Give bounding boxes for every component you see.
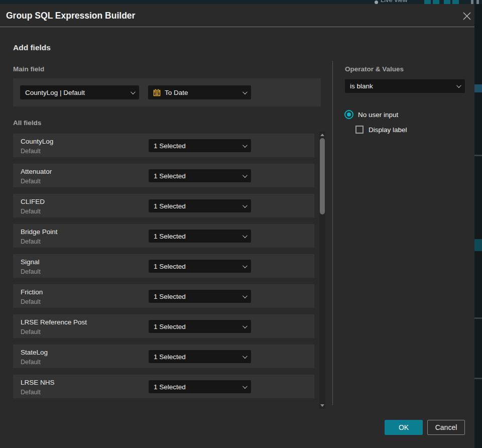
field-name: LRSE NHS — [21, 379, 55, 386]
dialog-title: Group SQL Expression Builder — [6, 4, 135, 27]
background-app-strip: Live view — [0, 0, 482, 4]
field-name: CountyLog — [21, 138, 53, 145]
display-label-checkbox[interactable]: Display label — [355, 126, 407, 134]
background-app-edge — [474, 4, 482, 448]
ok-button[interactable]: OK — [385, 420, 423, 435]
checkbox-unchecked-icon — [355, 126, 364, 134]
panel-divider — [332, 61, 333, 405]
background-fragment — [474, 378, 482, 379]
field-row: CountyLog Default 1 Selected — [13, 134, 314, 157]
field-selected-dropdown[interactable]: 1 Selected — [149, 230, 251, 243]
all-fields-list: CountyLog Default 1 Selected Attenuator … — [13, 134, 314, 405]
live-indicator-icon — [375, 1, 378, 4]
field-row: Friction Default 1 Selected — [13, 284, 314, 308]
radio-selected-icon — [344, 110, 353, 119]
main-field-dropdown[interactable]: CountyLog | Default — [20, 85, 139, 99]
cancel-button[interactable]: Cancel — [427, 420, 465, 435]
field-subtitle: Default — [21, 389, 41, 396]
chevron-down-icon — [243, 293, 248, 298]
chevron-down-icon — [131, 89, 136, 94]
chevron-down-icon — [243, 263, 248, 268]
field-selected-dropdown-label: 1 Selected — [154, 202, 243, 210]
main-value-dropdown-value: To Date — [165, 89, 243, 96]
background-fragment — [474, 155, 482, 156]
no-user-input-radio[interactable]: No user input — [344, 110, 398, 119]
background-chart-bar-icon — [424, 0, 431, 4]
field-selected-dropdown[interactable]: 1 Selected — [149, 380, 251, 393]
field-subtitle: Default — [21, 359, 41, 366]
field-selected-dropdown[interactable]: 1 Selected — [149, 290, 251, 303]
main-field-panel: CountyLog | Default To Date — [13, 78, 321, 106]
field-selected-dropdown[interactable]: 1 Selected — [149, 199, 251, 212]
operator-dropdown[interactable]: is blank — [345, 79, 465, 93]
scrollbar-thumb[interactable] — [320, 138, 325, 214]
chevron-down-icon — [243, 323, 248, 328]
operator-values-heading: Operator & Values — [345, 65, 404, 73]
background-chart-bar-icon — [433, 0, 439, 4]
chevron-down-icon — [243, 233, 248, 238]
chevron-down-icon — [243, 89, 248, 94]
display-label-label: Display label — [369, 126, 407, 134]
field-selected-dropdown-label: 1 Selected — [154, 383, 243, 391]
field-selected-dropdown-label: 1 Selected — [154, 353, 243, 361]
background-bar-icon — [476, 0, 479, 4]
add-fields-heading: Add fields — [13, 43, 51, 52]
chevron-down-icon — [243, 173, 248, 178]
background-fragment — [474, 84, 482, 92]
calendar-icon — [153, 89, 161, 96]
field-selected-dropdown-label: 1 Selected — [154, 263, 243, 270]
group-sql-expression-builder-dialog: Group SQL Expression Builder Add fields … — [0, 4, 474, 448]
field-selected-dropdown-label: 1 Selected — [154, 323, 243, 330]
field-subtitle: Default — [21, 298, 41, 305]
field-name: CLIFED — [21, 198, 45, 205]
field-selected-dropdown-label: 1 Selected — [154, 142, 243, 150]
field-row: Signal Default 1 Selected — [13, 254, 314, 278]
field-subtitle: Default — [21, 178, 41, 185]
background-chart-bar-icon — [444, 0, 450, 4]
background-fragment — [474, 317, 482, 319]
operator-dropdown-value: is blank — [350, 82, 456, 90]
field-name: Bridge Point — [21, 228, 58, 236]
background-bar-icon — [471, 0, 473, 4]
field-subtitle: Default — [21, 208, 41, 215]
background-chart-bar-icon — [452, 0, 459, 4]
field-name: Attenuator — [21, 168, 52, 175]
main-field-label: Main field — [13, 65, 44, 73]
field-row: CLIFED Default 1 Selected — [13, 194, 314, 217]
all-fields-label: All fields — [13, 119, 41, 127]
field-selected-dropdown[interactable]: 1 Selected — [149, 350, 251, 363]
field-subtitle: Default — [21, 238, 41, 245]
dialog-header: Group SQL Expression Builder — [0, 4, 474, 27]
chevron-down-icon — [456, 83, 461, 88]
chevron-down-icon — [243, 354, 248, 359]
scroll-up-icon[interactable] — [320, 134, 324, 136]
main-value-dropdown[interactable]: To Date — [148, 85, 251, 99]
chevron-down-icon — [243, 384, 248, 389]
field-subtitle: Default — [21, 268, 41, 275]
field-selected-dropdown-label: 1 Selected — [154, 172, 243, 180]
field-name: Signal — [21, 258, 40, 266]
field-selected-dropdown[interactable]: 1 Selected — [149, 139, 251, 152]
field-row: StateLog Default 1 Selected — [13, 345, 314, 368]
field-row: LRSE NHS Default 1 Selected — [13, 375, 314, 398]
field-row: Attenuator Default 1 Selected — [13, 164, 314, 187]
field-name: Friction — [21, 288, 43, 296]
background-fragment — [474, 239, 482, 251]
field-row: LRSE Reference Post Default 1 Selected — [13, 314, 314, 338]
field-selected-dropdown[interactable]: 1 Selected — [149, 260, 251, 273]
field-subtitle: Default — [21, 328, 41, 335]
no-user-input-label: No user input — [358, 111, 398, 119]
field-selected-dropdown-label: 1 Selected — [154, 233, 243, 240]
field-subtitle: Default — [21, 148, 41, 155]
field-selected-dropdown[interactable]: 1 Selected — [149, 320, 251, 333]
close-icon[interactable] — [460, 10, 473, 23]
field-selected-dropdown-label: 1 Selected — [154, 293, 243, 300]
chevron-down-icon — [243, 143, 248, 148]
field-name: StateLog — [21, 349, 48, 356]
field-name: LRSE Reference Post — [21, 318, 87, 326]
scroll-down-icon[interactable] — [320, 404, 324, 407]
main-field-dropdown-value: CountyLog | Default — [25, 89, 131, 96]
field-selected-dropdown[interactable]: 1 Selected — [149, 169, 251, 182]
list-scrollbar[interactable] — [319, 132, 325, 409]
field-row: Bridge Point Default 1 Selected — [13, 224, 314, 248]
